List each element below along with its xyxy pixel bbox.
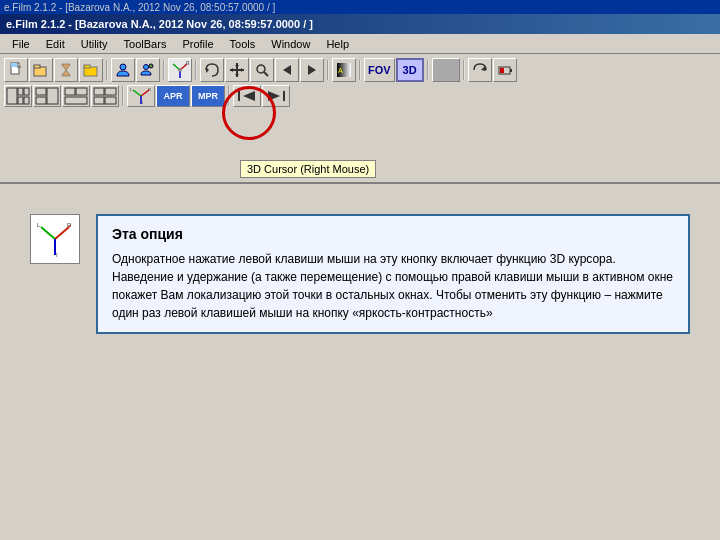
svg-rect-30 [500, 68, 504, 73]
toolbar-tooltip: 3D Cursor (Right Mouse) [240, 160, 376, 178]
svg-point-8 [149, 64, 153, 68]
toolbar-separator-5 [357, 58, 363, 82]
menu-tools[interactable]: Tools [222, 36, 264, 52]
3d-label: 3D [403, 64, 417, 76]
toolbar-separator-8 [120, 84, 126, 108]
tb-new-button[interactable] [4, 58, 28, 82]
svg-rect-44 [94, 97, 104, 104]
svg-point-6 [120, 64, 126, 70]
svg-marker-19 [230, 68, 233, 72]
svg-marker-52 [243, 91, 255, 101]
apr-label: APR [163, 91, 182, 101]
svg-marker-23 [283, 65, 291, 75]
toolbar-separator-2 [161, 58, 167, 82]
svg-rect-39 [65, 88, 75, 95]
toolbar-row-2: R L I APR MPR [4, 84, 716, 108]
svg-text:R: R [186, 60, 190, 66]
svg-rect-37 [36, 97, 46, 104]
tb-reset-button[interactable] [200, 58, 224, 82]
svg-rect-38 [47, 88, 58, 104]
menu-help[interactable]: Help [318, 36, 357, 52]
svg-point-7 [144, 65, 149, 70]
svg-rect-40 [76, 88, 87, 95]
menu-file[interactable]: File [4, 36, 38, 52]
tb-fov-button[interactable]: FOV [364, 58, 395, 82]
svg-marker-17 [235, 63, 239, 66]
svg-rect-29 [510, 69, 512, 72]
svg-marker-18 [235, 74, 239, 77]
svg-line-57 [41, 227, 55, 239]
mpr-label: MPR [198, 91, 218, 101]
svg-text:L: L [130, 87, 133, 92]
tb-user-button[interactable] [111, 58, 135, 82]
svg-marker-20 [241, 68, 244, 72]
menu-profile[interactable]: Profile [174, 36, 221, 52]
tb-left-arrow-button[interactable] [233, 85, 261, 107]
info-body: Однократное нажатие левой клавиши мыши н… [112, 250, 674, 322]
toolbar-separator-7 [461, 58, 467, 82]
menu-edit[interactable]: Edit [38, 36, 73, 52]
svg-rect-31 [7, 88, 17, 104]
tb-hourglass-button[interactable] [54, 58, 78, 82]
menu-window[interactable]: Window [263, 36, 318, 52]
tb-layout1-button[interactable] [4, 85, 32, 107]
toolbar-area: R [0, 54, 720, 184]
tb-cross-button[interactable] [225, 58, 249, 82]
svg-rect-32 [18, 88, 23, 95]
svg-text:R: R [148, 87, 151, 92]
tb-gray-button[interactable] [432, 58, 460, 82]
toolbar-separator-6 [425, 58, 431, 82]
svg-rect-41 [65, 97, 87, 104]
svg-marker-24 [308, 65, 316, 75]
menu-toolbars[interactable]: ToolBars [116, 36, 175, 52]
tb-3d-button[interactable]: 3D [396, 58, 424, 82]
tb-layout2-button[interactable] [33, 85, 61, 107]
tb-apr-button[interactable]: APR [156, 85, 190, 107]
svg-rect-1 [11, 63, 17, 67]
svg-text:A: A [338, 67, 343, 74]
toolbar-separator-4 [325, 58, 331, 82]
tb-axes-button[interactable]: R [168, 58, 192, 82]
tb-right-arrow-button[interactable] [262, 85, 290, 107]
svg-text:I: I [56, 252, 58, 258]
info-title: Эта опция [112, 226, 674, 242]
svg-rect-33 [18, 97, 23, 104]
svg-rect-35 [24, 97, 29, 104]
tb-forward-button[interactable] [300, 58, 324, 82]
svg-text:I: I [142, 100, 143, 105]
tb-brightness-button[interactable]: A [332, 58, 356, 82]
toolbar-separator-9 [226, 84, 232, 108]
menu-bar: File Edit Utility ToolBars Profile Tools… [0, 34, 720, 54]
tb-back-button[interactable] [275, 58, 299, 82]
tb-open-button[interactable] [29, 58, 53, 82]
tb-layout4-button[interactable] [91, 85, 119, 107]
content-icon: R L I [30, 214, 80, 264]
tooltip-text: 3D Cursor (Right Mouse) [247, 163, 369, 175]
svg-point-21 [257, 65, 265, 73]
toolbar-separator-3 [193, 58, 199, 82]
info-box: Эта опция Однократное нажатие левой клав… [96, 214, 690, 334]
svg-line-22 [264, 72, 268, 76]
svg-marker-14 [206, 67, 209, 73]
tb-mpr-button[interactable]: MPR [191, 85, 225, 107]
svg-text:L: L [37, 222, 41, 228]
svg-marker-54 [268, 91, 280, 101]
svg-rect-42 [94, 88, 104, 95]
tb-axes-row2-button[interactable]: R L I [127, 85, 155, 107]
svg-rect-45 [105, 97, 116, 104]
title-bar-top-text: e.Film 2.1.2 - [Bazarova N.A., 2012 Nov … [4, 2, 275, 13]
tb-rotate-button[interactable] [468, 58, 492, 82]
tb-folder-button[interactable] [79, 58, 103, 82]
tb-layout3-button[interactable] [62, 85, 90, 107]
tb-battery-button[interactable] [493, 58, 517, 82]
menu-utility[interactable]: Utility [73, 36, 116, 52]
tb-zoom-button[interactable] [250, 58, 274, 82]
title-bar-top: e.Film 2.1.2 - [Bazarova N.A., 2012 Nov … [0, 0, 720, 14]
toolbar-row-1: R [4, 58, 716, 82]
svg-point-12 [178, 68, 182, 72]
svg-rect-34 [24, 88, 29, 95]
title-bar: e.Film 2.1.2 - [Bazarova N.A., 2012 Nov … [0, 14, 720, 34]
svg-rect-36 [36, 88, 46, 95]
tb-users-button[interactable] [136, 58, 160, 82]
title-bar-text: e.Film 2.1.2 - [Bazarova N.A., 2012 Nov … [6, 18, 313, 30]
